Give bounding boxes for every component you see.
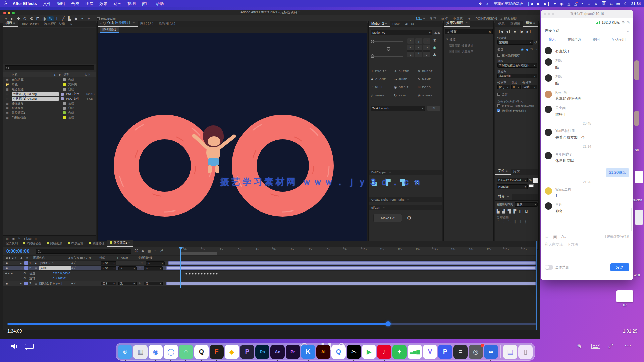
play-from-select[interactable]: 当前时间▾ [497, 74, 537, 78]
tab-跟踪器[interactable]: 跟踪器 [507, 20, 523, 27]
label-color-swatch[interactable] [63, 78, 66, 81]
desktop-file-thumb[interactable] [635, 210, 643, 225]
project-row[interactable]: ▤空状态 (1)-04.pngPNG 文件4 KB [3, 96, 96, 101]
collapse-chevron-icon[interactable]: ⌄ [627, 29, 629, 33]
project-bit-depth[interactable]: 8 bpc [24, 237, 32, 240]
project-tab-项目[interactable]: 项目≡ [3, 20, 18, 27]
layer-visibility-icon[interactable]: ◉ [3, 282, 20, 285]
layer-expand-arrow[interactable]: ▸ [20, 282, 24, 285]
menubar-menu-视图[interactable]: 视图 [124, 1, 139, 7]
project-row[interactable]: ▦路径跟踪1合成 [3, 110, 96, 115]
viewer-subtab[interactable]: 路径跟踪1 [100, 27, 119, 33]
layer-label-swatch[interactable] [24, 261, 28, 265]
eraser-tool-icon[interactable]: ◆ [73, 16, 79, 21]
menubar-menu-效果[interactable]: 效果 [96, 1, 110, 7]
layer-switches[interactable]: ♣ ╱ [71, 282, 101, 285]
chat-input[interactable]: 和大家交流一下方法 [545, 242, 629, 261]
wifi-icon[interactable]: ≋ [594, 2, 597, 6]
menubar-app-name[interactable]: After Effects [9, 1, 40, 6]
dock-app-rings-app[interactable]: ∞ [484, 345, 498, 359]
dock-app-chart-app[interactable]: ▃▅▇ [408, 345, 422, 359]
overlays-include-icon[interactable]: ⬚ [530, 48, 533, 51]
motion-tool-stare[interactable]: ◎STARE [418, 92, 440, 98]
rotate-tool-icon[interactable]: ⟲ [28, 16, 35, 21]
layer-trkmat-select[interactable]: 无▾ [118, 266, 137, 270]
anchor-icon[interactable]: ⚓ [433, 53, 436, 57]
keyframe-diamond[interactable] [216, 273, 218, 275]
chat-title-bar[interactable]: 直播助手 (mac)2.10.16 [541, 10, 633, 18]
fullscreen-checkbox[interactable] [497, 93, 500, 96]
music-app-icon[interactable]: ♬ [486, 2, 490, 6]
font-style-select[interactable]: Regular▾ [497, 184, 528, 189]
chat-scrollbar[interactable] [631, 208, 632, 231]
cached-frames-checkbox[interactable] [497, 104, 500, 107]
refresh-icon[interactable]: ⟳ [622, 20, 625, 25]
effects-search-box[interactable]: 设置 ✕ [445, 29, 493, 34]
now-playing-title[interactable]: 穿我的穿我的新衣 [494, 1, 523, 6]
anchor-grid-button[interactable]: ╷ [415, 38, 422, 44]
comp-mini-flowchart-icon[interactable]: ⌘ [135, 249, 138, 253]
block-likes-checkbox[interactable] [603, 235, 606, 238]
motion-tool-blend[interactable]: ⚓BLEND [394, 68, 416, 74]
layer-parent-select[interactable]: 无▾ [144, 282, 163, 285]
layer-trkmat-select[interactable]: 无▾ [118, 282, 137, 285]
media-play-icon[interactable]: ▶ [537, 2, 540, 6]
keyframe-diamond[interactable] [213, 273, 215, 275]
timeline-layer-row[interactable]: ◉▾2▤人物♣ ╱正常▾无▾⌾无▾ [3, 266, 536, 271]
dock-app-principle[interactable]: P [240, 345, 254, 359]
align-top-button[interactable]: ▛ [513, 209, 516, 214]
work-area-bar[interactable] [180, 252, 217, 255]
fullscreen-option[interactable]: 全屏 [497, 92, 508, 97]
menubar-menu-图层[interactable]: 图层 [82, 1, 96, 7]
fullscreen-exit-icon[interactable]: ⤢ [608, 343, 613, 349]
dock-app-figma[interactable]: F [210, 345, 224, 359]
project-search-box[interactable] [5, 65, 94, 70]
media-previous-icon[interactable]: ❙◀ [527, 2, 533, 6]
project-row[interactable]: ▦延迟跟随合成 [3, 87, 96, 92]
effects-group[interactable]: ▼ 通道 [446, 37, 474, 42]
move-time-option[interactable]: ✓将时间移到预览时间 [497, 109, 538, 113]
dock-app-keynote[interactable]: K [301, 345, 315, 359]
motion-tool-warp[interactable]: ☄WARP [371, 92, 393, 98]
dock-app-cloud-app[interactable]: ○ [179, 345, 193, 359]
project-item-name[interactable]: 空状态 (1)-03.png [12, 92, 59, 96]
parent-pickwhip-icon[interactable]: ⌾ [141, 261, 146, 265]
motion-tab-Flow[interactable]: Flow [390, 21, 402, 27]
timeline-tab-跟随路径[interactable]: 跟随路径 [86, 240, 107, 247]
chat-section-row[interactable]: 连麦互动 ⌄ [541, 27, 633, 35]
notification-bell-badge-icon[interactable]: △ [574, 2, 577, 6]
layer-duration-bar[interactable] [166, 282, 536, 285]
motion-tool-jump[interactable]: ↝JUMP [394, 76, 416, 82]
layer-parent-select[interactable]: 无▾ [144, 266, 163, 270]
keyframe-diamond[interactable] [204, 273, 206, 275]
mountains-icon[interactable]: ⛰⛰ [434, 31, 440, 35]
motion-tool-name[interactable]: ✎NAME [418, 76, 440, 82]
dock-app-trash[interactable]: ▯ [518, 345, 532, 359]
motion-tab-AEUX[interactable]: AEUX [402, 21, 417, 27]
timeline-tab-渲染队列[interactable]: 渲染队列 [3, 240, 20, 247]
timeline-tab-路径变形[interactable]: 路径变形 [44, 240, 65, 247]
slider-knob[interactable] [371, 40, 374, 43]
reset-icon[interactable]: ↺ [534, 41, 537, 44]
align-vcenter-button[interactable]: ◫ [519, 209, 522, 214]
captions-icon[interactable] [25, 344, 34, 351]
tab-字符[interactable]: 字符≡ [495, 168, 511, 175]
dock-app-finder[interactable]: ☺ [118, 345, 132, 359]
layer-name[interactable]: 人物 [39, 266, 71, 270]
layer-label-swatch[interactable] [24, 282, 28, 285]
buttcapper-header[interactable]: ButtCapper≡ [369, 170, 442, 175]
cache-before-option[interactable]: 在回放前缓存 [497, 53, 520, 58]
anchor-grid-button[interactable]: ⌟ [423, 51, 430, 57]
motion-tool-pops[interactable]: ⊞POPS [418, 84, 440, 90]
rotobrush-tool-icon[interactable]: ⌁ [79, 16, 86, 21]
menubar-menu-窗口[interactable]: 窗口 [139, 1, 153, 7]
label-color-swatch[interactable] [63, 107, 66, 110]
project-item-name[interactable]: 跟随路径 [12, 106, 61, 110]
new-folder-icon[interactable]: ▣ [12, 237, 15, 240]
dock-app-qq-browser[interactable]: Q [331, 345, 345, 359]
draft3d-icon[interactable]: ⛰ [141, 249, 144, 253]
keyframe-diamond[interactable] [195, 273, 197, 275]
layer-name-col[interactable]: 图层名称 [33, 256, 68, 260]
effects-item[interactable]: 3216设置通道 [449, 44, 474, 48]
stop-button[interactable]: ■ [514, 30, 516, 33]
